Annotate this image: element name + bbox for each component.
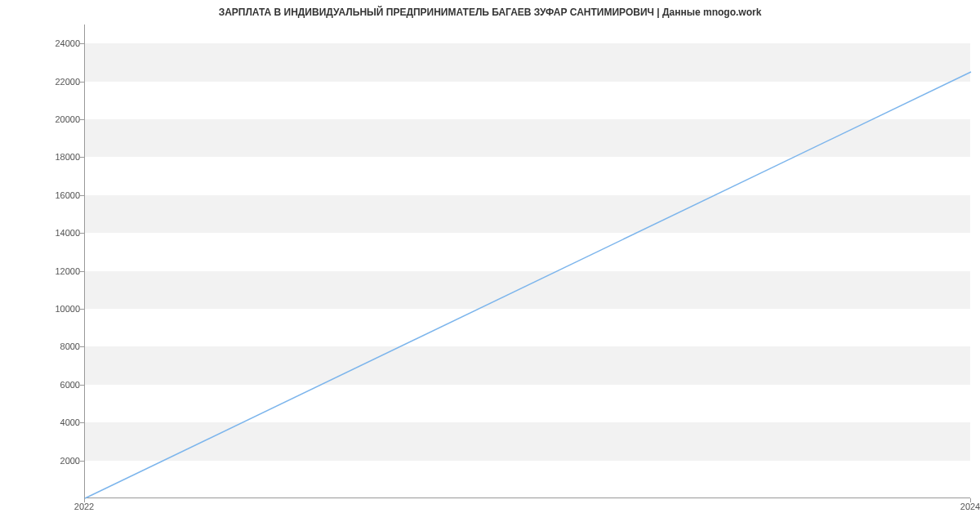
chart-title: ЗАРПЛАТА В ИНДИВИДУАЛЬНЫЙ ПРЕДПРИНИМАТЕЛ…: [0, 7, 980, 18]
y-tick-label: 20000: [7, 114, 80, 124]
y-tick-label: 6000: [7, 380, 80, 390]
y-tick-label: 12000: [7, 266, 80, 276]
y-tick-mark: [80, 233, 84, 234]
x-tick-mark: [970, 498, 971, 502]
y-tick-label: 2000: [7, 456, 80, 466]
y-tick-label: 22000: [7, 77, 80, 87]
chart-line-layer: [85, 25, 970, 498]
data-line: [85, 72, 971, 498]
y-tick-mark: [80, 422, 84, 423]
y-tick-mark: [80, 43, 84, 44]
y-tick-label: 16000: [7, 190, 80, 200]
y-tick-mark: [80, 271, 84, 272]
x-tick-mark: [84, 498, 85, 502]
x-tick-label: 2024: [960, 502, 980, 511]
y-tick-label: 10000: [7, 304, 80, 314]
y-tick-label: 8000: [7, 341, 80, 351]
y-tick-mark: [80, 461, 84, 462]
y-tick-label: 4000: [7, 417, 80, 427]
y-tick-mark: [80, 157, 84, 158]
x-tick-label: 2022: [74, 502, 94, 511]
y-tick-mark: [80, 119, 84, 120]
y-tick-label: 18000: [7, 152, 80, 162]
y-tick-mark: [80, 82, 84, 83]
y-tick-mark: [80, 346, 84, 347]
y-tick-label: 14000: [7, 228, 80, 238]
y-tick-mark: [80, 195, 84, 196]
plot-area: [84, 25, 970, 498]
y-tick-mark: [80, 309, 84, 310]
y-tick-label: 24000: [7, 38, 80, 48]
y-tick-mark: [80, 385, 84, 386]
chart-container: ЗАРПЛАТА В ИНДИВИДУАЛЬНЫЙ ПРЕДПРИНИМАТЕЛ…: [0, 0, 980, 531]
